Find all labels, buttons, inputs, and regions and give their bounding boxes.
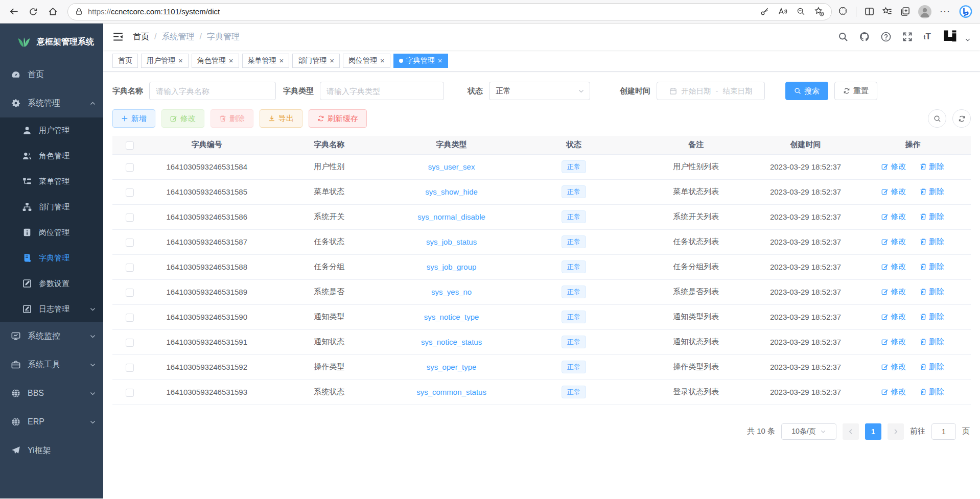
row-delete-button[interactable]: 删除	[920, 162, 944, 172]
view-tab[interactable]: 用户管理 ×	[141, 54, 189, 68]
dict-type-link[interactable]: sys_job_status	[426, 237, 477, 246]
date-range-picker[interactable]: 开始日期 - 结束日期	[657, 82, 765, 100]
row-delete-button[interactable]: 删除	[920, 312, 944, 322]
row-checkbox[interactable]	[126, 289, 134, 297]
edit-button[interactable]: 修改	[161, 109, 204, 128]
show-search-toggle-button[interactable]	[928, 109, 946, 128]
favorites-icon[interactable]	[882, 7, 892, 16]
row-delete-button[interactable]: 删除	[920, 337, 944, 347]
sidebar-item-dict-mgmt[interactable]: 字典管理	[0, 245, 103, 271]
chevron-down-icon[interactable]	[965, 37, 971, 43]
row-edit-button[interactable]: 修改	[881, 187, 906, 197]
row-delete-button[interactable]: 删除	[920, 362, 944, 372]
split-screen-icon[interactable]	[865, 7, 874, 16]
key-icon[interactable]	[760, 7, 769, 16]
row-checkbox[interactable]	[126, 163, 134, 172]
dict-type-link[interactable]: sys_user_sex	[428, 162, 475, 171]
search-button[interactable]: 搜索	[785, 82, 828, 100]
close-icon[interactable]: ×	[380, 57, 385, 64]
breadcrumb-system[interactable]: 系统管理	[161, 32, 194, 42]
home-icon[interactable]	[44, 3, 61, 20]
next-page-button[interactable]	[888, 423, 904, 440]
sidebar-item-home[interactable]: 首页	[0, 60, 103, 89]
sidebar-item-yi-framework[interactable]: Yi框架	[0, 436, 103, 465]
row-edit-button[interactable]: 修改	[881, 387, 906, 397]
sidebar-item-param-settings[interactable]: 参数设置	[0, 271, 103, 296]
row-checkbox[interactable]	[126, 339, 134, 347]
row-edit-button[interactable]: 修改	[881, 337, 906, 347]
dict-name-input[interactable]	[149, 82, 276, 100]
dict-type-link[interactable]: sys_normal_disable	[417, 212, 485, 221]
sidebar-item-system-mgmt[interactable]: 系统管理	[0, 89, 103, 117]
sidebar-item-log-mgmt[interactable]: 日志管理	[0, 296, 103, 322]
dict-type-link[interactable]: sys_notice_type	[424, 313, 479, 321]
more-icon[interactable]: ···	[940, 6, 950, 17]
row-delete-button[interactable]: 删除	[920, 237, 944, 247]
select-all-checkbox[interactable]	[126, 141, 134, 150]
date-start-placeholder[interactable]: 开始日期	[682, 86, 711, 96]
row-checkbox[interactable]	[126, 314, 134, 322]
view-tab[interactable]: 部门管理 ×	[292, 54, 340, 68]
dict-type-link[interactable]: sys_show_hide	[425, 187, 478, 196]
back-icon[interactable]	[5, 3, 22, 20]
row-checkbox[interactable]	[126, 264, 134, 272]
user-logo[interactable]	[942, 29, 959, 45]
zoom-out-icon[interactable]	[797, 7, 805, 16]
dict-type-link[interactable]: sys_job_group	[427, 263, 477, 271]
search-icon[interactable]	[838, 32, 848, 42]
dict-type-link[interactable]: sys_yes_no	[431, 288, 472, 296]
row-edit-button[interactable]: 修改	[881, 162, 906, 172]
sidebar-item-system-tools[interactable]: 系统工具	[0, 350, 103, 379]
prev-page-button[interactable]	[843, 423, 859, 440]
collections-icon[interactable]	[900, 7, 910, 16]
dict-type-link[interactable]: sys_common_status	[416, 388, 486, 396]
sidebar-item-dept-mgmt[interactable]: 部门管理	[0, 194, 103, 220]
row-checkbox[interactable]	[126, 213, 134, 222]
export-button[interactable]: 导出	[260, 109, 302, 128]
sidebar-item-menu-mgmt[interactable]: 菜单管理	[0, 169, 103, 194]
breadcrumb-home[interactable]: 首页	[133, 32, 149, 42]
dict-type-link[interactable]: sys_notice_status	[421, 338, 482, 346]
row-checkbox[interactable]	[126, 364, 134, 372]
sidebar-toggle-icon[interactable]	[112, 31, 124, 42]
bing-chat-icon[interactable]	[959, 5, 973, 19]
date-end-placeholder[interactable]: 结束日期	[722, 86, 752, 96]
row-edit-button[interactable]: 修改	[881, 212, 906, 222]
row-edit-button[interactable]: 修改	[881, 312, 906, 322]
dict-type-input[interactable]	[320, 82, 444, 100]
fullscreen-icon[interactable]	[902, 32, 913, 42]
view-tab[interactable]: 首页 ×	[112, 54, 138, 68]
reset-button[interactable]: 重置	[834, 82, 877, 100]
help-icon[interactable]	[881, 32, 891, 42]
page-number-button[interactable]: 1	[865, 423, 881, 440]
refresh-icon[interactable]	[25, 3, 42, 20]
row-edit-button[interactable]: 修改	[881, 362, 906, 372]
view-tab[interactable]: 字典管理 ×	[393, 54, 448, 68]
sidebar-item-role-mgmt[interactable]: 角色管理	[0, 143, 103, 169]
row-checkbox[interactable]	[126, 188, 134, 197]
status-select[interactable]: 正常	[489, 82, 590, 100]
close-icon[interactable]: ×	[178, 57, 183, 64]
sidebar-item-user-mgmt[interactable]: 用户管理	[0, 117, 103, 143]
row-delete-button[interactable]: 删除	[920, 212, 944, 222]
row-edit-button[interactable]: 修改	[881, 287, 906, 297]
sidebar-item-bbs[interactable]: BBS	[0, 379, 103, 408]
refresh-table-button[interactable]	[952, 109, 971, 128]
add-button[interactable]: 新增	[112, 109, 155, 128]
url-text[interactable]: https://ccnetcore.com:1101/system/dict	[88, 7, 220, 16]
view-tab[interactable]: 岗位管理 ×	[343, 54, 390, 68]
favorite-add-icon[interactable]	[814, 7, 824, 16]
view-tab[interactable]: 菜单管理 ×	[242, 54, 290, 68]
github-icon[interactable]	[859, 32, 870, 42]
refresh-cache-button[interactable]: 刷新缓存	[309, 109, 367, 128]
row-edit-button[interactable]: 修改	[881, 237, 906, 247]
goto-page-input[interactable]	[931, 423, 956, 440]
delete-button[interactable]: 删除	[211, 109, 253, 128]
row-delete-button[interactable]: 删除	[920, 262, 944, 272]
page-size-select[interactable]: 10条/页	[781, 423, 836, 440]
row-edit-button[interactable]: 修改	[881, 262, 906, 272]
address-bar[interactable]: https://ccnetcore.com:1101/system/dict	[67, 3, 832, 20]
sidebar-item-erp[interactable]: ERP	[0, 408, 103, 436]
browser-essentials-icon[interactable]	[838, 7, 848, 16]
row-delete-button[interactable]: 删除	[920, 387, 944, 397]
